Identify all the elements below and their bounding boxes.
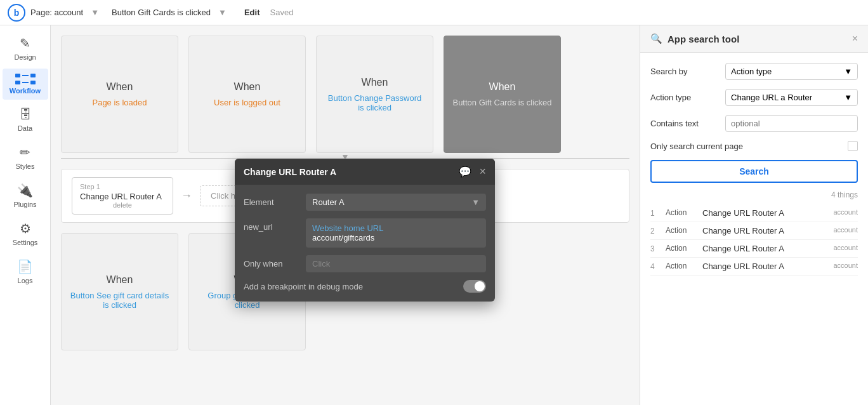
action-type-dropdown-icon: ▼ (844, 93, 852, 102)
logs-icon: 📄 (17, 259, 33, 274)
only-current-checkbox[interactable] (848, 141, 858, 151)
modal-onlywhen-field[interactable]: Click (306, 255, 486, 272)
result-page: account (833, 244, 858, 251)
search-by-select[interactable]: Action type ▼ (725, 63, 858, 80)
card-btn-change-password-subtitle: Button Change Password is clicked (324, 93, 425, 112)
card-btn-change-password-title: When (362, 77, 388, 88)
panel-close-button[interactable]: × (852, 33, 858, 44)
contains-text-row: Contains text (650, 115, 858, 132)
action-type-row: Action type Change URL a Router ▼ (650, 89, 858, 106)
contains-text-input[interactable] (725, 115, 858, 132)
modal-element-value: Router A (312, 197, 345, 207)
card-btn-see-card-title: When (107, 274, 133, 286)
search-by-label: Search by (650, 67, 720, 76)
sidebar-label-styles: Styles (16, 163, 35, 170)
modal-breakpoint-toggle[interactable] (463, 280, 486, 293)
card-btn-gift-cards[interactable]: When Button Gift Cards is clicked (444, 36, 561, 153)
modal-onlywhen-label: Only when (244, 255, 301, 269)
modal-newurl-blue: Website home URL (312, 223, 383, 233)
sidebar-label-design: Design (14, 53, 36, 61)
sidebar-item-design[interactable]: ✎ Design (3, 30, 48, 66)
modal-title: Change URL Router A (244, 167, 454, 177)
search-button[interactable]: Search (650, 160, 858, 183)
design-icon: ✎ (20, 36, 30, 51)
modal-newurl-field[interactable]: Website home URL account/giftcards (306, 218, 486, 248)
card-page-loaded-subtitle: Page is loaded (92, 98, 147, 107)
trigger-dropdown-icon[interactable]: ▼ (218, 8, 227, 17)
step-arrow-icon: → (181, 189, 192, 202)
card-user-logged-out-subtitle: User is logged out (214, 98, 280, 107)
page-label: Page: account (30, 8, 83, 17)
contains-text-label: Contains text (650, 119, 720, 128)
results-list: 1 Action Change URL Router A account 2 A… (650, 204, 858, 276)
data-icon: 🗄 (19, 107, 32, 122)
result-name: Change URL Router A (702, 244, 828, 253)
sidebar-item-workflow[interactable]: Workflow (3, 69, 48, 100)
modal-close-button[interactable]: × (479, 165, 486, 178)
logo: b (8, 4, 25, 22)
result-page: account (833, 262, 858, 269)
modal-comment-icon[interactable]: 💬 (459, 166, 471, 178)
result-num: 3 (650, 244, 661, 253)
result-item-2[interactable]: 2 Action Change URL Router A account (650, 222, 858, 240)
card-page-loaded[interactable]: When Page is loaded (61, 36, 178, 153)
result-num: 2 (650, 226, 661, 236)
card-btn-see-card[interactable]: When Button See gift card details is cli… (61, 233, 178, 350)
card-user-logged-out[interactable]: When User is logged out (188, 36, 306, 153)
search-by-row: Search by Action type ▼ (650, 63, 858, 80)
workflow-icon (15, 74, 36, 84)
edit-button[interactable]: Edit (244, 8, 260, 17)
result-name: Change URL Router A (702, 262, 828, 271)
change-url-modal: Change URL Router A 💬 × Element Router A… (235, 159, 495, 302)
modal-element-row: Element Router A ▼ (244, 194, 486, 211)
styles-icon: ✏ (20, 145, 30, 160)
result-type: Action (666, 262, 697, 270)
card-user-logged-out-title: When (234, 81, 261, 93)
sidebar-label-logs: Logs (18, 277, 33, 284)
trigger-label: Button Gift Cards is clicked (112, 8, 211, 17)
modal-breakpoint-label: Add a breakpoint in debug mode (244, 282, 458, 291)
modal-element-field[interactable]: Router A ▼ (306, 194, 486, 211)
sidebar-item-settings[interactable]: ⚙ Settings (3, 216, 48, 251)
result-type: Action (666, 244, 697, 253)
sidebar-item-data[interactable]: 🗄 Data (3, 102, 48, 137)
modal-onlywhen-placeholder: Click (312, 259, 330, 269)
only-current-label: Only search current page (650, 142, 743, 151)
result-page: account (833, 226, 858, 234)
step-1-box[interactable]: Step 1 Change URL Router A delete (72, 177, 173, 215)
sidebar-item-logs[interactable]: 📄 Logs (3, 254, 48, 289)
sidebar-label-workflow: Workflow (10, 87, 41, 95)
step-1-name: Change URL Router A (80, 192, 165, 201)
panel-body: Search by Action type ▼ Action type Chan… (640, 53, 868, 405)
card-btn-gift-cards-subtitle: Button Gift Cards is clicked (452, 98, 551, 107)
step-1-delete[interactable]: delete (80, 201, 165, 209)
modal-body: Element Router A ▼ new_url Website home … (235, 185, 495, 302)
modal-newurl-row: new_url Website home URL account/giftcar… (244, 218, 486, 248)
search-by-value: Action type (731, 67, 772, 76)
only-current-row: Only search current page (650, 141, 858, 151)
canvas: When Page is loaded When User is logged … (51, 25, 640, 405)
results-count: 4 things (650, 190, 858, 199)
sidebar-item-styles[interactable]: ✏ Styles (3, 140, 48, 175)
search-by-dropdown-icon: ▼ (844, 67, 852, 76)
right-panel: 🔍 App search tool × Search by Action typ… (640, 25, 868, 405)
card-btn-change-password[interactable]: When Button Change Password is clicked (316, 36, 433, 153)
result-page: account (833, 208, 858, 216)
result-item-4[interactable]: 4 Action Change URL Router A account (650, 258, 858, 276)
result-type: Action (666, 226, 697, 235)
plugins-icon: 🔌 (17, 183, 33, 198)
sidebar-item-plugins[interactable]: 🔌 Plugins (3, 178, 48, 213)
result-num: 1 (650, 208, 661, 218)
action-type-select[interactable]: Change URL a Router ▼ (725, 89, 858, 106)
card-btn-see-card-subtitle: Button See gift card details is clicked (69, 291, 170, 310)
sidebar: ✎ Design Workflow 🗄 Data ✏ Styles 🔌 Plug… (0, 25, 51, 405)
modal-onlywhen-row: Only when Click (244, 255, 486, 272)
modal-element-dropdown-icon: ▼ (471, 197, 480, 207)
result-item-3[interactable]: 3 Action Change URL Router A account (650, 240, 858, 258)
modal-breakpoint-row: Add a breakpoint in debug mode (244, 280, 486, 293)
modal-header: Change URL Router A 💬 × (235, 159, 495, 185)
modal-newurl-label: new_url (244, 218, 301, 232)
result-num: 4 (650, 262, 661, 271)
result-item-1[interactable]: 1 Action Change URL Router A account (650, 204, 858, 222)
page-dropdown-icon[interactable]: ▼ (91, 8, 99, 17)
